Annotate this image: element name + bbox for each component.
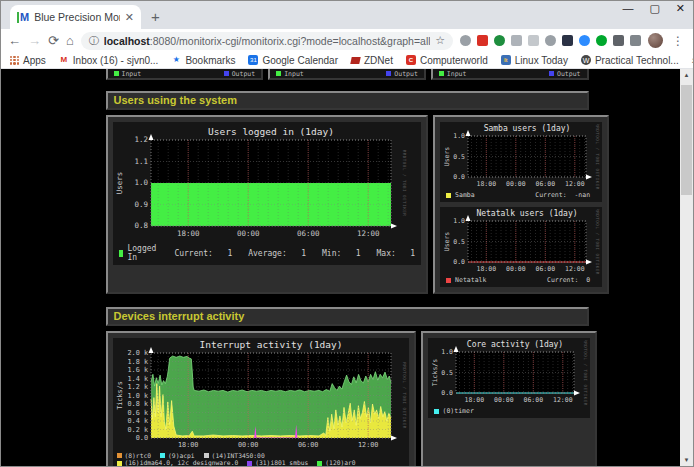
home-icon[interactable]: ⌂ bbox=[66, 34, 74, 47]
url-bar[interactable]: ⓘ localhost:8080/monitorix-cgi/monitorix… bbox=[81, 32, 453, 50]
browser-tab[interactable]: M Blue Precision Monitorix ✕ bbox=[10, 5, 141, 29]
legend-item: Netatalk bbox=[446, 276, 486, 284]
svg-text:0.0: 0.0 bbox=[453, 258, 465, 266]
browser-toolbar: ← → ⟳ ⌂ ⓘ localhost:8080/monitorix-cgi/m… bbox=[1, 29, 693, 52]
legend-item: (31)i801_smbus bbox=[247, 459, 308, 466]
gmail-icon: M bbox=[59, 55, 69, 65]
zoom-extension-icon[interactable] bbox=[579, 35, 590, 46]
network-graph-legend-partial[interactable]: Input Output bbox=[431, 69, 589, 80]
bookmark-apps[interactable]: Apps bbox=[10, 55, 46, 66]
network-graph-legend-partial[interactable]: Input Output bbox=[106, 69, 264, 80]
bookmark-inbox[interactable]: MInbox (16) - sjvn0... bbox=[59, 55, 159, 66]
bookmark-practical-technology[interactable]: WPractical Technol... bbox=[581, 55, 679, 66]
irq-legend-row: (8)rtc0(9)acpi(14)INT3450:00 bbox=[115, 452, 407, 459]
svg-text:1.1: 1.1 bbox=[134, 157, 148, 166]
page-info-icon[interactable]: ⓘ bbox=[89, 34, 99, 48]
maximize-button[interactable]: ▢ bbox=[649, 2, 659, 15]
svg-text:06:00: 06:00 bbox=[536, 180, 556, 188]
bookmark-linux-today[interactable]: ltLinux Today bbox=[501, 55, 568, 66]
input-swatch-icon bbox=[439, 71, 444, 76]
svg-text:18:00: 18:00 bbox=[464, 396, 484, 404]
dark-square-extension-icon[interactable] bbox=[562, 35, 573, 46]
green-leaf-extension-icon[interactable] bbox=[494, 35, 505, 46]
card-extension-icon[interactable] bbox=[528, 35, 539, 46]
scrollbar-thumb[interactable] bbox=[681, 85, 692, 195]
legend-swatch-icon bbox=[117, 453, 122, 458]
tab-list-icon[interactable] bbox=[630, 35, 641, 46]
netatalk-users-graph[interactable]: 1.00.50.018:0000:0006:0012:00Netatalk us… bbox=[440, 207, 602, 287]
mail-extension-icon[interactable] bbox=[477, 35, 488, 46]
new-tab-button[interactable]: + bbox=[151, 8, 160, 25]
close-button[interactable]: ✕ bbox=[676, 2, 685, 15]
extensions-puzzle-icon[interactable] bbox=[613, 35, 624, 46]
scrollbar[interactable]: ▲ ▼ bbox=[680, 69, 693, 466]
core-activity-graph[interactable]: 1.00.50.018:0000:0006:0012:00Core activi… bbox=[428, 338, 590, 418]
svg-text:1.4 k: 1.4 k bbox=[127, 375, 147, 383]
section-users: Users using the system 1.21.11.00.90.818… bbox=[106, 91, 589, 294]
svg-text:Netatalk users (1day): Netatalk users (1day) bbox=[476, 209, 577, 218]
computerworld-icon: C bbox=[406, 55, 416, 65]
svg-text:RRDTOOL / TOBI OETIKER: RRDTOOL / TOBI OETIKER bbox=[595, 209, 600, 275]
svg-text:12:00: 12:00 bbox=[565, 180, 585, 188]
graph-legend: SambaCurrent: -nan bbox=[442, 190, 600, 200]
legend-stat: Average: 1 bbox=[248, 249, 306, 258]
svg-text:12:00: 12:00 bbox=[565, 265, 585, 273]
bookmark-computerworld[interactable]: CComputerworld bbox=[406, 55, 488, 66]
output-swatch-icon bbox=[549, 71, 554, 76]
legend-item: (0)timer bbox=[434, 407, 474, 415]
samba-users-graph[interactable]: 1.00.50.018:0000:0006:0012:00Samba users… bbox=[440, 122, 602, 202]
output-swatch-icon bbox=[386, 71, 391, 76]
scroll-down-icon[interactable]: ▼ bbox=[680, 454, 693, 466]
legend-stats: Current: 0 bbox=[547, 276, 590, 284]
svg-text:0.8 k: 0.8 k bbox=[127, 400, 147, 408]
bookmark-star-icon[interactable]: ☆ bbox=[435, 34, 445, 47]
users-right-graphs-box: 1.00.50.018:0000:0006:0012:00Samba users… bbox=[433, 115, 609, 294]
svg-text:1.0: 1.0 bbox=[441, 348, 453, 356]
svg-text:Users: Users bbox=[443, 147, 451, 167]
interrupt-activity-graph[interactable]: 2.0 k1.8 k1.6 k1.4 k1.2 k1.0 k0.8 k0.6 k… bbox=[113, 338, 409, 466]
legend-item: (9)acpi bbox=[160, 452, 195, 459]
browser-menu-icon[interactable]: ⋮ bbox=[670, 34, 686, 48]
scroll-up-icon[interactable]: ▲ bbox=[680, 69, 693, 81]
svg-text:1.0 k: 1.0 k bbox=[127, 392, 147, 400]
interrupt-activity-graph-box: 2.0 k1.8 k1.6 k1.4 k1.2 k1.0 k0.8 k0.6 k… bbox=[106, 331, 416, 466]
minimize-button[interactable]: — bbox=[622, 2, 633, 15]
browser-titlebar: M Blue Precision Monitorix ✕ + — ▢ ✕ bbox=[1, 1, 693, 29]
back-icon[interactable]: ← bbox=[8, 34, 21, 47]
legend-item: (14)INT3450:00 bbox=[204, 452, 265, 459]
forward-icon[interactable]: → bbox=[28, 34, 41, 47]
legend-swatch-icon bbox=[247, 461, 252, 466]
tab-close-icon[interactable]: ✕ bbox=[125, 11, 134, 24]
bookmark-google-calendar[interactable]: 31Google Calendar bbox=[248, 55, 338, 66]
wordpress-icon: W bbox=[581, 55, 591, 65]
legend-swatch-icon bbox=[119, 250, 124, 257]
svg-text:Users logged in (1day): Users logged in (1day) bbox=[208, 126, 334, 137]
svg-text:RRDTOOL / TOBI OETIKER: RRDTOOL / TOBI OETIKER bbox=[583, 340, 588, 406]
graph-legend: (0)timer bbox=[430, 406, 588, 416]
svg-text:Ticks/s: Ticks/s bbox=[116, 381, 124, 410]
bookmark-zdnet[interactable]: ZDNet bbox=[351, 55, 393, 66]
reload-icon[interactable]: ⟳ bbox=[48, 34, 59, 47]
svg-text:18:00: 18:00 bbox=[477, 180, 497, 188]
pages-extension-icon[interactable] bbox=[511, 35, 522, 46]
search-extension-icon[interactable] bbox=[460, 35, 471, 46]
svg-text:Interrupt activity (1day): Interrupt activity (1day) bbox=[199, 340, 342, 350]
legend-swatch-icon bbox=[434, 409, 439, 414]
legend-item: (120)ar0 bbox=[317, 459, 355, 466]
legend-swatch-icon bbox=[446, 278, 451, 283]
evernote-extension-icon[interactable] bbox=[596, 35, 607, 46]
speaker-extension-icon[interactable] bbox=[545, 35, 556, 46]
svg-text:Users: Users bbox=[443, 232, 451, 252]
svg-text:Ticks/s: Ticks/s bbox=[431, 359, 439, 386]
users-logged-in-graph[interactable]: 1.21.11.00.90.818:0000:0006:0012:00Users… bbox=[113, 122, 422, 265]
legend-item: Samba bbox=[446, 191, 475, 199]
partial-network-graphs-row: Input Output Input Output Input Output bbox=[106, 69, 589, 80]
legend-item: (8)rtc0 bbox=[117, 452, 152, 459]
legend-stat: Current: 1 bbox=[174, 249, 232, 258]
bookmark-bookmarks[interactable]: ★Bookmarks bbox=[171, 55, 235, 66]
network-graph-legend-partial[interactable]: Input Output bbox=[268, 69, 426, 80]
profile-avatar[interactable] bbox=[648, 33, 663, 48]
legend-swatch-icon bbox=[317, 461, 322, 466]
svg-text:00:00: 00:00 bbox=[506, 180, 526, 188]
svg-text:0.0: 0.0 bbox=[135, 434, 147, 442]
